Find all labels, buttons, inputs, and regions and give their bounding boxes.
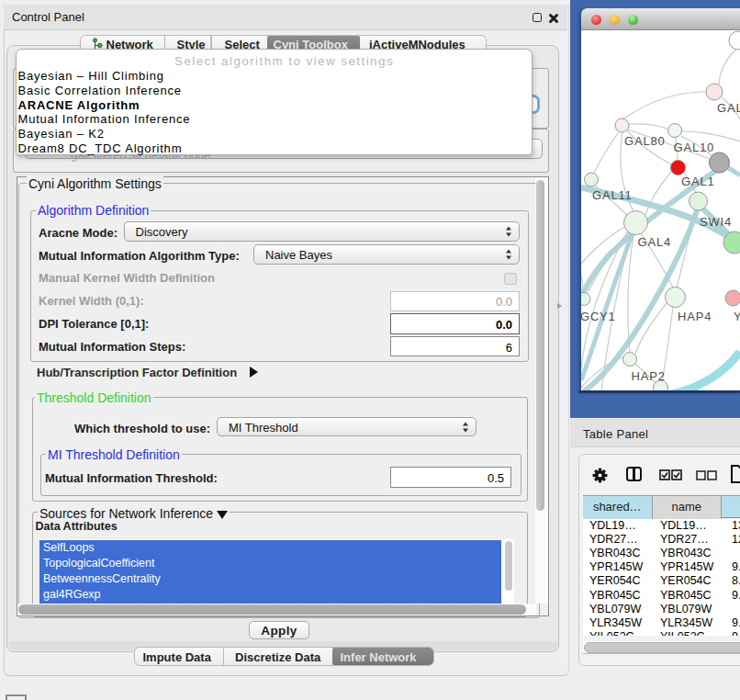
svg-text:HAP4: HAP4 [678, 309, 712, 322]
svg-text:GAL10: GAL10 [674, 140, 714, 153]
svg-text:GAL11: GAL11 [592, 188, 633, 202]
svg-text:GCY1: GCY1 [581, 310, 616, 323]
svg-text:SWI4: SWI4 [700, 214, 732, 228]
svg-text:GAL1: GAL1 [681, 175, 714, 188]
svg-text:HAP2: HAP2 [632, 368, 666, 382]
svg-text:GAL4: GAL4 [638, 235, 671, 249]
svg-text:Y: Y [734, 309, 740, 322]
svg-text:GAL80: GAL80 [624, 133, 665, 147]
svg-text:GAL7: GAL7 [717, 101, 740, 115]
